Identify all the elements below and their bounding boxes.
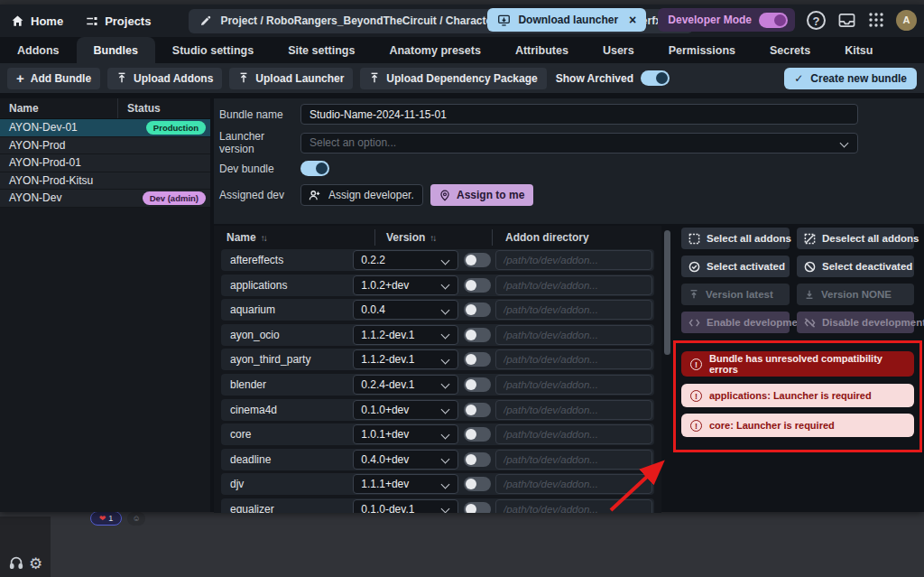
addon-dev-toggle[interactable]: [464, 377, 491, 392]
addon-row[interactable]: equalizer 0.1.0-dev.1: [221, 498, 654, 513]
addon-directory-input[interactable]: [495, 375, 652, 395]
download-launcher-button[interactable]: Download launcher ×: [487, 8, 646, 32]
addons-col-name[interactable]: Name↑↓: [221, 231, 374, 244]
tab-site-settings[interactable]: Site settings: [271, 37, 372, 63]
bundle-col-status[interactable]: Status: [117, 98, 210, 118]
bundle-row[interactable]: AYON-Prod: [0, 137, 210, 155]
addon-row[interactable]: ayon_third_party 1.1.2-dev.1: [221, 349, 654, 370]
addon-dev-toggle[interactable]: [464, 502, 491, 513]
addon-version-select[interactable]: 0.1.0-dev.1: [353, 499, 458, 513]
add-reaction-button[interactable]: ☺: [127, 512, 145, 526]
addon-version-select[interactable]: 1.0.2+dev: [353, 275, 458, 295]
tab-studio-settings[interactable]: Studio settings: [155, 37, 271, 63]
bundle-row[interactable]: AYON-Prod-Kitsu: [0, 172, 210, 191]
inbox-icon[interactable]: [837, 12, 856, 29]
addon-directory-input[interactable]: [495, 400, 652, 420]
addon-version-select[interactable]: 0.0.4: [353, 300, 458, 320]
tab-permissions[interactable]: Permissions: [651, 37, 753, 63]
add-bundle-button[interactable]: + Add Bundle: [7, 68, 100, 89]
tab-addons[interactable]: Addons: [0, 37, 77, 63]
select-deactivated-button[interactable]: Select deactivated: [797, 256, 914, 277]
enable-development-button[interactable]: Enable development: [681, 312, 790, 333]
nav-projects[interactable]: Projects: [74, 8, 162, 33]
bundle-row[interactable]: AYON-Prod-01: [0, 154, 210, 172]
assign-developer-input[interactable]: [327, 188, 415, 202]
create-new-bundle-button[interactable]: ✓ Create new bundle: [784, 68, 917, 89]
deselect-all-addons-button[interactable]: Deselect all addons: [797, 228, 914, 249]
addon-row[interactable]: applications 1.0.2+dev: [221, 275, 654, 296]
developer-mode-toggle[interactable]: [759, 13, 788, 28]
tab-kitsu[interactable]: Kitsu: [827, 37, 890, 63]
addon-directory-input[interactable]: [495, 424, 652, 444]
addon-version-select[interactable]: 0.2.2: [353, 250, 458, 270]
tab-anatomy-presets[interactable]: Anatomy presets: [372, 37, 497, 63]
addons-col-version[interactable]: Version↑↓: [374, 229, 492, 246]
reaction-pill[interactable]: ❤1: [90, 511, 122, 526]
help-icon[interactable]: ?: [807, 11, 826, 30]
addon-dev-toggle[interactable]: [464, 302, 491, 317]
addon-dev-toggle[interactable]: [464, 477, 491, 491]
addon-version-select[interactable]: 0.4.0+dev: [353, 450, 458, 470]
close-icon[interactable]: ×: [629, 13, 636, 27]
addon-dev-toggle[interactable]: [464, 253, 491, 267]
addon-row[interactable]: aquarium 0.0.4: [221, 299, 654, 321]
sort-icon[interactable]: ↑↓: [430, 233, 435, 243]
addon-directory-input[interactable]: [495, 325, 652, 345]
addon-row[interactable]: aftereffects 0.2.2: [221, 249, 654, 271]
addon-dev-toggle[interactable]: [464, 403, 491, 417]
addon-directory-input[interactable]: [495, 250, 652, 270]
launcher-version-select[interactable]: Select an option...: [300, 133, 858, 154]
tab-bundles[interactable]: Bundles: [77, 37, 155, 63]
select-activated-button[interactable]: Select activated: [681, 256, 790, 277]
addon-directory-input[interactable]: [495, 349, 652, 369]
tab-attributes[interactable]: Attributes: [498, 37, 586, 63]
addon-directory-input[interactable]: [495, 450, 652, 470]
tab-users[interactable]: Users: [586, 37, 651, 63]
addon-version-select[interactable]: 1.1.1+dev: [353, 474, 458, 494]
addon-row[interactable]: blender 0.2.4-dev.1: [221, 374, 654, 396]
addon-row[interactable]: core 1.0.1+dev: [221, 423, 654, 445]
apps-grid-icon[interactable]: [868, 12, 884, 28]
addon-version-select[interactable]: 0.1.0+dev: [353, 400, 458, 420]
upload-launcher-button[interactable]: Upload Launcher: [229, 68, 353, 89]
addon-row[interactable]: deadline 0.4.0+dev: [221, 449, 654, 470]
settings-gear-icon[interactable]: ⚙: [29, 554, 42, 573]
assign-developer-field[interactable]: [300, 184, 423, 206]
addon-dev-toggle[interactable]: [464, 352, 491, 367]
bundle-row[interactable]: AYON-Dev Dev (admin): [0, 190, 210, 208]
upload-dependency-package-button[interactable]: Upload Dependency Package: [360, 68, 546, 89]
tab-secrets[interactable]: Secrets: [753, 37, 827, 63]
addon-row[interactable]: cinema4d 0.1.0+dev: [221, 399, 654, 421]
nav-home[interactable]: Home: [0, 8, 74, 33]
addon-version-select[interactable]: 0.2.4-dev.1: [353, 375, 458, 395]
addon-directory-input[interactable]: [495, 499, 652, 513]
headphones-icon[interactable]: [8, 554, 24, 574]
bundle-name-input[interactable]: [300, 104, 858, 125]
bundle-row[interactable]: AYON-Dev-01 Production: [0, 119, 210, 137]
addon-directory-input[interactable]: [495, 275, 652, 295]
bundle-col-name[interactable]: Name: [0, 102, 117, 115]
addon-dev-toggle[interactable]: [464, 452, 491, 467]
addon-dev-toggle[interactable]: [464, 278, 491, 293]
addon-dev-toggle[interactable]: [464, 427, 491, 442]
disable-development-button[interactable]: Disable development: [797, 312, 914, 333]
addon-row[interactable]: djv 1.1.1+dev: [221, 473, 654, 495]
assign-to-me-button[interactable]: Assign to me: [430, 184, 533, 206]
show-archived-toggle[interactable]: [641, 70, 670, 86]
addon-directory-input[interactable]: [495, 300, 652, 320]
addon-dev-toggle[interactable]: [464, 328, 491, 342]
addons-scrollbar[interactable]: [664, 228, 670, 510]
dev-bundle-toggle[interactable]: [300, 161, 329, 176]
sort-icon[interactable]: ↑↓: [261, 233, 266, 243]
version-latest-button[interactable]: Version latest: [681, 284, 790, 305]
addon-directory-input[interactable]: [495, 474, 652, 494]
upload-addons-button[interactable]: Upload Addons: [107, 68, 222, 89]
avatar[interactable]: A: [896, 10, 917, 31]
select-all-addons-button[interactable]: Select all addons: [681, 228, 790, 249]
addon-version-select[interactable]: 1.0.1+dev: [353, 424, 458, 444]
addon-row[interactable]: ayon_ocio 1.1.2-dev.1: [221, 324, 654, 346]
version-none-button[interactable]: Version NONE: [797, 284, 914, 305]
addon-version-select[interactable]: 1.1.2-dev.1: [353, 325, 458, 345]
scrollbar-thumb[interactable]: [664, 230, 670, 355]
addon-version-select[interactable]: 1.1.2-dev.1: [353, 349, 458, 369]
